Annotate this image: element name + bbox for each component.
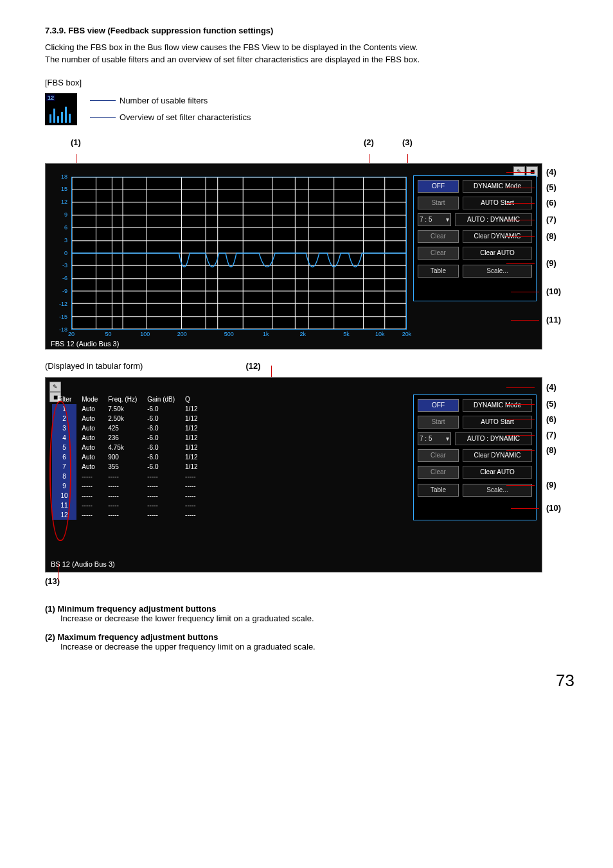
fbs-filter-count: 12: [46, 94, 55, 101]
eq-graph[interactable]: [71, 177, 407, 330]
table-cell: -----: [103, 510, 142, 520]
callout-9: (9): [546, 258, 556, 268]
col-mode: Mode: [76, 394, 103, 404]
fbs-box-thumbnail: 12: [45, 93, 77, 125]
control-column: OFF DYNAMIC Mode Start AUTO Start 7 : 5▾…: [413, 394, 537, 520]
callout-13: (13): [45, 576, 574, 586]
table-row[interactable]: 7Auto355-6.01/12: [52, 462, 203, 472]
auto-start-label: AUTO Start: [463, 416, 532, 429]
auto-dynamic-label: AUTO : DYNAMIC: [455, 432, 532, 445]
section-heading: 7.3.9. FBS view (Feedback suppression fu…: [45, 26, 574, 35]
y-axis: 18 15 12 9 6 3 0 -3 -6 -9 -12 -15 -18: [49, 177, 69, 330]
clear-dynamic-label: Clear DYNAMIC: [463, 449, 532, 462]
dynamic-mode-off-button[interactable]: OFF: [418, 399, 459, 412]
y-tick: 18: [61, 173, 67, 180]
fbs-table-panel: ✎ ◼ Filter Mode Freq. (Hz) Gain (dB) Q 1…: [45, 377, 542, 572]
table-cell: -6.0: [142, 404, 180, 414]
table-cell: 7.50k: [103, 404, 142, 414]
table-row[interactable]: 4Auto236-6.01/12: [52, 433, 203, 443]
table-row[interactable]: 1Auto7.50k-6.01/12: [52, 404, 203, 414]
table-cell: -----: [103, 481, 142, 491]
y-tick: 3: [64, 237, 67, 244]
callout-4: (4): [546, 382, 556, 392]
footer-item-2-desc: Increase or decrease the upper frequency…: [45, 642, 574, 651]
table-row[interactable]: 10--------------------: [52, 491, 203, 500]
table-cell: -----: [103, 500, 142, 510]
table-cell: 355: [103, 462, 142, 472]
dynamic-mode-off-button[interactable]: OFF: [418, 180, 459, 193]
y-tick: -12: [59, 301, 67, 307]
table-cell: -----: [103, 491, 142, 500]
table-cell: 900: [103, 452, 142, 462]
x-tick: 2k: [299, 331, 306, 337]
table-cell: -6.0: [142, 433, 180, 443]
ratio-dropdown[interactable]: 7 : 5▾: [418, 213, 451, 226]
fbs-box-label: [FBS box]: [45, 78, 574, 87]
callout-6: (6): [546, 414, 556, 424]
table-cell: -----: [142, 510, 180, 520]
clear-auto-label: Clear AUTO: [463, 466, 532, 479]
y-tick: -9: [62, 288, 67, 294]
col-gain: Gain (dB): [142, 394, 180, 404]
table-row[interactable]: 9--------------------: [52, 481, 203, 491]
table-cell: -----: [103, 472, 142, 481]
table-cell: 1/12: [180, 462, 202, 472]
table-cell: 1/12: [180, 404, 202, 414]
clear-auto-label: Clear AUTO: [463, 247, 532, 260]
table-row[interactable]: 3Auto425-6.01/12: [52, 423, 203, 433]
dynamic-mode-label: DYNAMIC Mode: [463, 180, 532, 193]
table-button[interactable]: Table: [418, 265, 459, 278]
table-button[interactable]: Table: [418, 484, 459, 497]
clear-auto-button[interactable]: Clear: [418, 466, 459, 479]
scale-button[interactable]: Scale...: [463, 265, 532, 278]
auto-start-button[interactable]: Start: [418, 416, 459, 429]
fbs-annotation-2: Overview of set filter characteristics: [90, 109, 251, 126]
table-row[interactable]: 8--------------------: [52, 472, 203, 481]
y-tick: 9: [64, 211, 67, 218]
edit-icon[interactable]: ✎: [49, 382, 61, 392]
table-cell: -----: [180, 500, 202, 510]
callout-11: (11): [546, 315, 561, 324]
table-cell: Auto: [76, 462, 103, 472]
x-tick: 50: [105, 331, 111, 337]
y-tick: 0: [64, 250, 67, 256]
table-cell: 4.75k: [103, 443, 142, 452]
col-q: Q: [180, 394, 202, 404]
clear-dynamic-button[interactable]: Clear: [418, 449, 459, 462]
table-row[interactable]: 12--------------------: [52, 510, 203, 520]
table-row[interactable]: 2Auto2.50k-6.01/12: [52, 414, 203, 423]
table-cell: 1/12: [180, 414, 202, 423]
ratio-dropdown[interactable]: 7 : 5▾: [418, 432, 451, 445]
x-tick: 20k: [402, 331, 412, 337]
table-cell: Auto: [76, 452, 103, 462]
table-cell: Auto: [76, 414, 103, 423]
footer-item-2-title: (2) Maximum frequency adjustment buttons: [45, 632, 574, 642]
table-panel-title: BS 12 (Audio Bus 3): [51, 560, 115, 568]
table-cell: -6.0: [142, 462, 180, 472]
clear-dynamic-button[interactable]: Clear: [418, 230, 459, 243]
table-cell: -----: [142, 500, 180, 510]
auto-start-button[interactable]: Start: [418, 197, 459, 209]
table-cell: 425: [103, 423, 142, 433]
clear-auto-button[interactable]: Clear: [418, 247, 459, 260]
callout-6: (6): [546, 198, 556, 208]
dropdown-arrow-icon: ▾: [446, 216, 449, 223]
y-tick: -3: [62, 262, 67, 269]
table-cell: 2.50k: [103, 414, 142, 423]
footer-item-1-title: (1) Minimum frequency adjustment buttons: [45, 604, 574, 614]
table-cell: -----: [76, 481, 103, 491]
col-filter: Filter: [52, 394, 76, 404]
table-cell: Auto: [76, 404, 103, 414]
scale-button[interactable]: Scale...: [463, 484, 532, 497]
table-row[interactable]: 11--------------------: [52, 500, 203, 510]
table-cell: Auto: [76, 433, 103, 443]
callout-10: (10): [546, 287, 561, 296]
table-row[interactable]: 6Auto900-6.01/12: [52, 452, 203, 462]
x-tick: 200: [177, 331, 187, 337]
table-row[interactable]: 5Auto4.75k-6.01/12: [52, 443, 203, 452]
intro-line-2: The number of usable filters and an over…: [45, 55, 420, 64]
x-tick: 1k: [263, 331, 269, 337]
table-cell: -----: [76, 500, 103, 510]
dropdown-arrow-icon: ▾: [446, 435, 449, 442]
table-cell: -----: [180, 481, 202, 491]
